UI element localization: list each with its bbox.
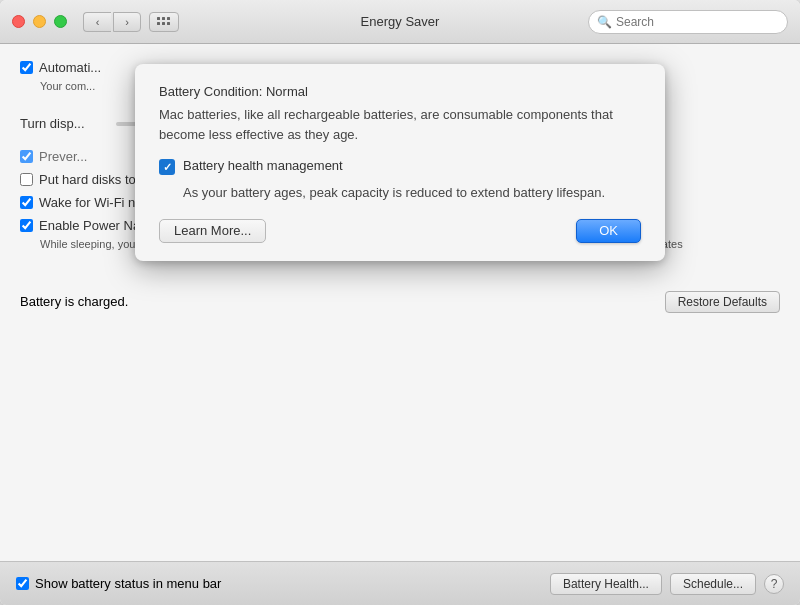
battery-health-button[interactable]: Battery Health... [550,573,662,595]
health-management-row: Battery health management [159,158,641,175]
bottom-left: Show battery status in menu bar [16,576,221,591]
health-management-label: Battery health management [183,158,343,173]
help-button[interactable]: ? [764,574,784,594]
schedule-button[interactable]: Schedule... [670,573,756,595]
bottom-bar: Show battery status in menu bar Battery … [0,561,800,605]
content-area: Automati... Your com... Turn disp... hrs… [0,44,800,561]
forward-icon: › [125,16,129,28]
search-input[interactable] [616,15,779,29]
modal-overlay: Battery Condition: Normal Mac batteries,… [0,44,800,561]
health-management-sub: As your battery ages, peak capacity is r… [183,183,641,203]
modal-buttons: Learn More... OK [159,219,641,243]
back-icon: ‹ [96,16,100,28]
battery-condition-modal: Battery Condition: Normal Mac batteries,… [135,64,665,261]
titlebar: ‹ › Energy Saver 🔍 [0,0,800,44]
nav-buttons: ‹ › [83,12,141,32]
modal-description: Mac batteries, like all rechargeable bat… [159,105,641,144]
zoom-button[interactable] [54,15,67,28]
modal-condition-line: Battery Condition: Normal [159,84,641,99]
show-battery-label: Show battery status in menu bar [35,576,221,591]
main-window: ‹ › Energy Saver 🔍 Automati... Your com [0,0,800,605]
show-battery-checkbox[interactable] [16,577,29,590]
window-title: Energy Saver [361,14,440,29]
minimize-button[interactable] [33,15,46,28]
grid-button[interactable] [149,12,179,32]
back-button[interactable]: ‹ [83,12,111,32]
health-management-checkbox[interactable] [159,159,175,175]
condition-value-text: Normal [266,84,308,99]
ok-button[interactable]: OK [576,219,641,243]
traffic-lights [12,15,67,28]
forward-button[interactable]: › [113,12,141,32]
condition-label: Battery Condition: [159,84,262,99]
search-icon: 🔍 [597,15,612,29]
learn-more-button[interactable]: Learn More... [159,219,266,243]
search-bar[interactable]: 🔍 [588,10,788,34]
bottom-right: Battery Health... Schedule... ? [550,573,784,595]
grid-icon [157,17,171,26]
close-button[interactable] [12,15,25,28]
